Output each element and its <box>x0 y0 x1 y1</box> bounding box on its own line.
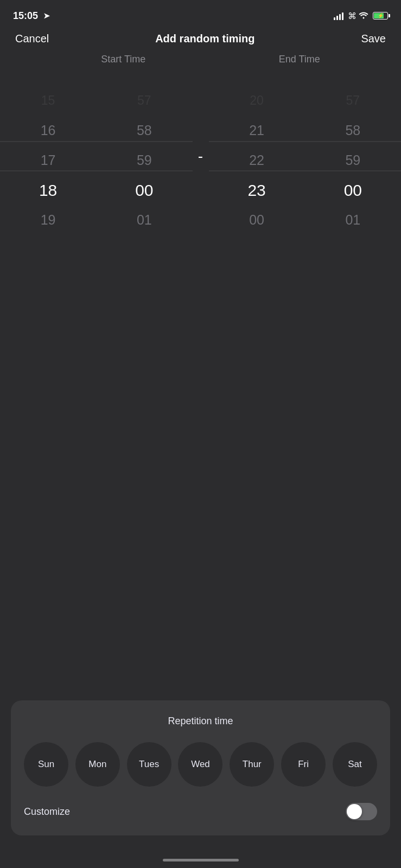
day-button-wed[interactable]: Wed <box>178 742 222 787</box>
picker-item[interactable]: 58 <box>305 116 401 145</box>
picker-item[interactable]: 59 <box>305 145 401 175</box>
end-hour-picker[interactable]: 20 21 22 23 00 01 02 <box>209 69 305 243</box>
day-button-mon[interactable]: Mon <box>75 742 120 787</box>
save-button[interactable]: Save <box>361 33 386 45</box>
start-min-picker[interactable]: 57 58 59 00 01 02 03 <box>96 69 192 243</box>
repetition-card: Repetition time Sun Mon Tues Wed Thur Fr… <box>11 700 390 835</box>
time-labels: Start Time End Time <box>0 54 401 65</box>
status-bar: 15:05 ➤ ⌘ ⚡ <box>0 0 401 28</box>
time-picker[interactable]: 15 16 17 18 19 20 21 57 58 59 00 01 02 0… <box>0 69 401 243</box>
battery-icon: ⚡ <box>373 12 388 20</box>
day-button-thur[interactable]: Thur <box>230 742 274 787</box>
day-button-sun[interactable]: Sun <box>24 742 68 787</box>
customize-row: Customize <box>24 803 377 820</box>
time-separator: - <box>193 148 209 165</box>
picker-item[interactable]: 02 <box>305 235 401 243</box>
wifi-icon: ⌘ <box>348 11 368 21</box>
status-icons: ⌘ ⚡ <box>334 11 388 21</box>
repetition-title: Repetition time <box>24 716 377 727</box>
customize-label: Customize <box>24 806 70 818</box>
picker-item[interactable]: 00 <box>305 175 401 205</box>
start-time-label: Start Time <box>43 54 203 65</box>
end-min-picker[interactable]: 57 58 59 00 01 02 03 <box>305 69 401 243</box>
nav-bar: Cancel Add random timing Save <box>0 28 401 54</box>
page-title: Add random timing <box>155 33 254 45</box>
picker-item[interactable]: 21 <box>209 116 305 145</box>
picker-item[interactable]: 59 <box>96 145 192 175</box>
picker-item[interactable]: 20 <box>0 235 96 243</box>
picker-item[interactable]: 19 <box>0 205 96 235</box>
start-hour-picker[interactable]: 15 16 17 18 19 20 21 <box>0 69 96 243</box>
picker-item[interactable]: 57 <box>96 86 192 116</box>
picker-item[interactable]: 01 <box>96 205 192 235</box>
picker-item[interactable]: 00 <box>96 175 192 205</box>
day-button-fri[interactable]: Fri <box>281 742 326 787</box>
picker-item[interactable]: 58 <box>96 116 192 145</box>
time-display: 15:05 <box>13 10 38 22</box>
picker-item[interactable]: 23 <box>209 175 305 205</box>
status-time: 15:05 ➤ <box>13 10 50 22</box>
day-button-sat[interactable]: Sat <box>333 742 377 787</box>
picker-item[interactable]: 00 <box>209 205 305 235</box>
home-indicator <box>163 859 239 861</box>
picker-item[interactable]: 16 <box>0 116 96 145</box>
picker-item[interactable]: 57 <box>305 86 401 116</box>
signal-icon <box>334 11 343 20</box>
picker-item[interactable]: 20 <box>209 86 305 116</box>
picker-item[interactable]: 22 <box>209 145 305 175</box>
days-row: Sun Mon Tues Wed Thur Fri Sat <box>24 742 377 787</box>
customize-toggle[interactable] <box>346 803 377 820</box>
toggle-thumb <box>347 804 362 819</box>
picker-item[interactable]: 15 <box>0 86 96 116</box>
picker-item[interactable]: 01 <box>305 205 401 235</box>
location-icon: ➤ <box>43 11 50 20</box>
picker-item[interactable]: 18 <box>0 175 96 205</box>
end-time-label: End Time <box>220 54 380 65</box>
cancel-button[interactable]: Cancel <box>15 33 49 45</box>
picker-item[interactable]: 17 <box>0 145 96 175</box>
picker-item[interactable]: 02 <box>96 235 192 243</box>
picker-item[interactable]: 01 <box>209 235 305 243</box>
day-button-tues[interactable]: Tues <box>127 742 171 787</box>
